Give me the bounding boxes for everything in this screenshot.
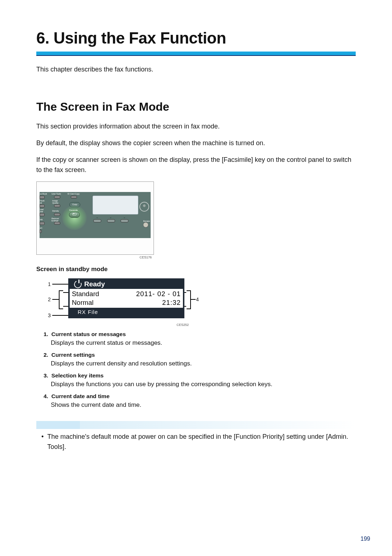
facsimile-icon xyxy=(72,213,77,216)
label-image-quality: Image Quality xyxy=(52,200,58,204)
def-body: Displays the current density and resolut… xyxy=(51,360,356,367)
label-reduce-enlarge: Reduce/ Enlarge xyxy=(52,218,59,222)
escape-button[interactable] xyxy=(143,222,148,228)
callout-bracket-2 xyxy=(59,290,63,309)
label-shift: hift xyxy=(40,219,42,221)
chapter-intro: This chapter describes the fax functions… xyxy=(36,65,356,75)
svg-rect-1 xyxy=(73,213,74,214)
def-item: 1. Current status or messages Displays t… xyxy=(44,331,356,347)
facsimile-button[interactable] xyxy=(69,212,80,218)
navigation-ring[interactable] xyxy=(137,200,151,214)
selection-row: RX File xyxy=(70,308,183,316)
def-title: 2. Current settings xyxy=(44,352,356,358)
figure-caption-1: CES176 xyxy=(36,255,152,259)
selection-key-1[interactable] xyxy=(93,219,101,222)
resolution-value: Standard xyxy=(72,290,124,298)
address-book-button[interactable] xyxy=(40,196,45,199)
section-para-3: If the copy or scanner screen is shown o… xyxy=(36,155,356,175)
bullet-icon: • xyxy=(41,432,44,452)
selection-key-3[interactable] xyxy=(121,219,128,222)
label-id-card-copy: ID Card Copy xyxy=(68,193,79,195)
accent-bar xyxy=(36,52,356,56)
def-title: 4. Current date and time xyxy=(44,393,356,400)
chevron-down-icon: ⌄ xyxy=(123,215,126,219)
reduce-enlarge-button[interactable] xyxy=(54,222,60,225)
callout-2: 2 xyxy=(48,297,51,302)
definition-list: 1. Current status or messages Displays t… xyxy=(44,331,356,409)
label-ert: ert xyxy=(40,227,42,229)
def-item: 4. Current date and time Shows the curre… xyxy=(44,393,356,409)
time-value: 21:32 xyxy=(162,299,181,307)
chevron-down-icon: ⌄ xyxy=(96,215,99,219)
def-item: 2. Current settings Displays the current… xyxy=(44,352,356,367)
def-item: 3. Selection key items Displays the func… xyxy=(44,372,356,388)
image-quality-button[interactable] xyxy=(54,204,60,207)
density-button[interactable] xyxy=(54,213,60,216)
power-icon xyxy=(73,279,83,289)
callout-4: 4 xyxy=(196,297,199,302)
ert-button[interactable] xyxy=(40,230,42,233)
section-title: The Screen in Fax Mode xyxy=(36,100,356,114)
def-body: Displays the functions you can use by pr… xyxy=(51,381,356,388)
callout-line xyxy=(191,299,196,300)
note-bar xyxy=(36,421,356,429)
control-panel-body: ss Book User Tools ID Card Copy Hook ial… xyxy=(40,192,151,238)
figure-control-panel: ss Book User Tools ID Card Copy Hook ial… xyxy=(36,181,153,259)
status-row: Ready xyxy=(70,279,183,289)
density-value: Normal xyxy=(72,299,124,307)
chapter-title: 6. Using the Fax Function xyxy=(36,29,356,47)
selection-key-2[interactable] xyxy=(107,219,115,222)
callout-line xyxy=(52,299,59,300)
settings-row: Standard Normal 2011- 02 - 01 21:32 xyxy=(70,289,183,308)
standby-lcd: Ready Standard Normal 2011- 02 - 01 21:3… xyxy=(68,278,184,318)
copy-button[interactable]: Copy xyxy=(69,202,80,207)
lcd-screen xyxy=(93,196,138,214)
callout-bracket-4 xyxy=(187,290,191,309)
pause-button[interactable] xyxy=(40,213,45,216)
label-facsimile: Facsimile xyxy=(69,209,78,212)
shift-button[interactable] xyxy=(40,222,45,225)
date-value: 2011- 02 - 01 xyxy=(136,290,181,298)
settings-col-left: Standard Normal xyxy=(70,289,126,308)
control-panel-frame: ss Book User Tools ID Card Copy Hook ial… xyxy=(36,181,154,255)
note-text: The machine's default mode at power on c… xyxy=(47,432,356,452)
label-hook: Hook ial xyxy=(40,200,45,204)
id-card-copy-button[interactable] xyxy=(71,196,77,199)
status-text: Ready xyxy=(84,280,105,288)
section-para-1: This section provides information about … xyxy=(36,122,356,132)
label-user-tools: User Tools xyxy=(52,193,61,195)
settings-col-right: 2011- 02 - 01 21:32 xyxy=(126,289,183,308)
section-para-2: By default, the display shows the copier… xyxy=(36,138,356,148)
note-bullet: • The machine's default mode at power on… xyxy=(41,432,356,452)
figure-caption-2: CES252 xyxy=(36,323,189,327)
label-address-book: ss Book xyxy=(40,193,47,195)
hook-button[interactable] xyxy=(40,204,45,208)
page-number: 199 xyxy=(360,536,370,542)
def-body: Displays the current status or messages. xyxy=(51,339,356,347)
label-pause: use/ dial xyxy=(40,209,44,213)
def-title: 1. Current status or messages xyxy=(44,331,356,338)
label-density: Density xyxy=(52,210,59,212)
page: 6. Using the Fax Function This chapter d… xyxy=(0,0,392,556)
def-body: Shows the current date and time. xyxy=(51,401,356,409)
rx-file-label: RX File xyxy=(78,309,98,315)
standby-heading: Screen in standby mode xyxy=(36,266,356,273)
figure-standby-screen: 1 2 3 4 Ready Standard Normal xyxy=(36,278,201,322)
def-title: 3. Selection key items xyxy=(44,372,356,379)
callout-3: 3 xyxy=(48,312,51,318)
chevron-down-icon: ⌄ xyxy=(109,215,112,219)
callout-1: 1 xyxy=(48,281,51,287)
user-tools-button[interactable] xyxy=(54,196,60,199)
